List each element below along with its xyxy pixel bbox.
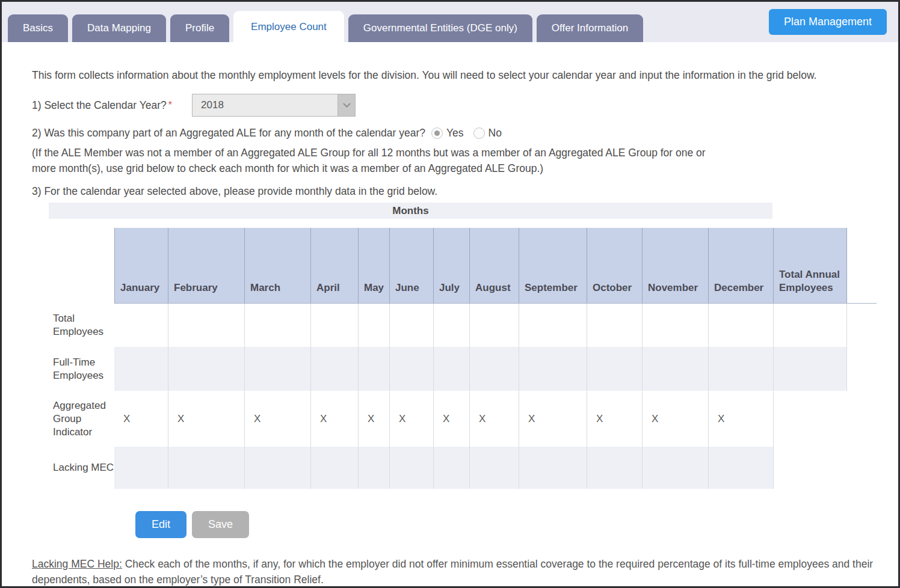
cell-full-time-employees-september <box>519 347 587 391</box>
cell-aggregated-group-indicator-october: X <box>587 391 643 447</box>
months-header-bar: Months <box>49 203 772 219</box>
column-header-december: December <box>709 228 774 303</box>
chevron-down-icon <box>343 100 351 108</box>
grid-row-aggregated-group-indicator: Aggregated Group IndicatorXXXXXXXXXXXX <box>49 391 877 447</box>
column-header-september: September <box>519 228 587 303</box>
cell-total-employees-august <box>470 304 519 347</box>
cell-lacking-mec-february <box>168 447 245 489</box>
cell-aggregated-group-indicator-november: X <box>643 391 709 447</box>
tab-data-mapping[interactable]: Data Mapping <box>72 14 166 42</box>
cell-full-time-employees-august <box>470 347 519 391</box>
cell-aggregated-group-indicator-august: X <box>470 391 519 447</box>
cell-lacking-mec-august <box>470 447 519 489</box>
q2-note: (If the ALE Member was not a member of a… <box>32 145 727 176</box>
required-asterisk: * <box>168 100 172 111</box>
tab-offer-information[interactable]: Offer Information <box>537 14 643 42</box>
q2-label: 2) Was this company part of an Aggregate… <box>32 127 425 139</box>
edit-button[interactable]: Edit <box>135 511 186 538</box>
cell-full-time-employees-may <box>359 347 390 391</box>
plan-management-window: BasicsData MappingProfileEmployee CountG… <box>0 0 900 588</box>
cell-full-time-employees-march <box>245 347 311 391</box>
radio-yes-label: Yes <box>446 127 464 139</box>
column-header-may: May <box>359 228 390 303</box>
grid-row-lacking-mec: Lacking MEC <box>49 447 877 489</box>
column-header-october: October <box>587 228 643 303</box>
cell-lacking-mec-november <box>643 447 709 489</box>
cell-total-employees-june <box>390 304 434 347</box>
cell-lacking-mec-july <box>434 447 470 489</box>
save-button[interactable]: Save <box>192 511 249 538</box>
cell-lacking-mec-december <box>709 447 774 489</box>
radio-circle-icon <box>473 127 485 139</box>
cell-aggregated-group-indicator-september: X <box>519 391 587 447</box>
tab-bar: BasicsData MappingProfileEmployee CountG… <box>2 2 898 42</box>
cell-full-time-employees-april <box>311 347 359 391</box>
employee-count-grid: JanuaryFebruaryMarchAprilMayJuneJulyAugu… <box>49 228 877 489</box>
grid-row-full-time-employees: Full-Time Employees <box>49 347 877 391</box>
question-1-row: 1) Select the Calendar Year? * 2018 <box>32 94 877 117</box>
radio-circle-icon <box>431 127 443 139</box>
cell-lacking-mec-april <box>311 447 359 489</box>
lacking-mec-help-title: Lacking MEC Help: <box>32 558 122 570</box>
cell-total-employees-march <box>245 304 311 347</box>
plan-management-button[interactable]: Plan Management <box>769 9 887 35</box>
lacking-mec-help: Lacking MEC Help: Check each of the mont… <box>32 556 877 587</box>
cell-full-time-employees-december <box>709 347 774 391</box>
calendar-year-select[interactable]: 2018 <box>192 94 356 117</box>
aggregated-ale-radio-group: YesNo <box>431 127 511 139</box>
cell-total-employees-july <box>434 304 470 347</box>
cell-total-employees-april <box>311 304 359 347</box>
cell-full-time-employees-february <box>168 347 245 391</box>
tab-governmental-entities-dge-only[interactable]: Governmental Entities (DGE only) <box>348 14 532 42</box>
cell-aggregated-group-indicator-june: X <box>390 391 434 447</box>
cell-aggregated-group-indicator-february: X <box>168 391 245 447</box>
cell-aggregated-group-indicator-april: X <box>311 391 359 447</box>
row-label-aggregated-group-indicator: Aggregated Group Indicator <box>49 391 114 447</box>
employee-count-panel: This form collects information about the… <box>2 69 898 587</box>
grid-row-total-employees: Total Employees <box>49 304 877 347</box>
cell-aggregated-group-indicator-january: X <box>114 391 168 447</box>
cell-total-employees-february <box>168 304 245 347</box>
row-label-full-time-employees: Full-Time Employees <box>49 347 114 391</box>
grid-actions: Edit Save <box>135 511 877 538</box>
tab-employee-count[interactable]: Employee Count <box>233 11 344 43</box>
cell-total-employees-november <box>643 304 709 347</box>
cell-full-time-employees-july <box>434 347 470 391</box>
select-dropdown-button[interactable] <box>338 94 355 116</box>
cell-total-employees-october <box>587 304 643 347</box>
cell-full-time-employees-june <box>390 347 434 391</box>
tab-profile[interactable]: Profile <box>170 14 229 42</box>
q1-label: 1) Select the Calendar Year? <box>32 99 167 112</box>
column-header-march: March <box>245 228 311 303</box>
months-header-label: Months <box>392 205 428 217</box>
radio-yes[interactable]: Yes <box>431 127 464 139</box>
cell-lacking-mec-may <box>359 447 390 489</box>
column-header-january: January <box>114 228 168 303</box>
radio-no-label: No <box>489 127 502 139</box>
intro-text: This form collects information about the… <box>32 69 877 82</box>
tab-basics[interactable]: Basics <box>8 14 68 42</box>
cell-full-time-employees-total-annual-employees <box>774 347 847 391</box>
column-header-april: April <box>311 228 359 303</box>
row-label-lacking-mec: Lacking MEC <box>49 447 114 489</box>
cell-aggregated-group-indicator-march: X <box>245 391 311 447</box>
column-header-february: February <box>168 228 245 303</box>
radio-no[interactable]: No <box>473 127 502 139</box>
radio-selected-dot <box>434 130 440 136</box>
cell-lacking-mec-october <box>587 447 643 489</box>
row-label-total-employees: Total Employees <box>49 304 114 347</box>
cell-total-employees-may <box>359 304 390 347</box>
column-header-november: November <box>643 228 709 303</box>
cell-lacking-mec-january <box>114 447 168 489</box>
column-header-total-annual-employees: Total Annual Employees <box>774 228 847 303</box>
column-header-august: August <box>470 228 519 303</box>
cell-aggregated-group-indicator-july: X <box>434 391 470 447</box>
cell-aggregated-group-indicator-december: X <box>709 391 774 447</box>
cell-total-employees-december <box>709 304 774 347</box>
q3-label: 3) For the calendar year selected above,… <box>32 185 877 198</box>
column-header-june: June <box>390 228 434 303</box>
cell-total-employees-total-annual-employees <box>774 304 847 347</box>
calendar-year-value: 2018 <box>201 99 224 111</box>
column-header-july: July <box>434 228 470 303</box>
cell-lacking-mec-september <box>519 447 587 489</box>
